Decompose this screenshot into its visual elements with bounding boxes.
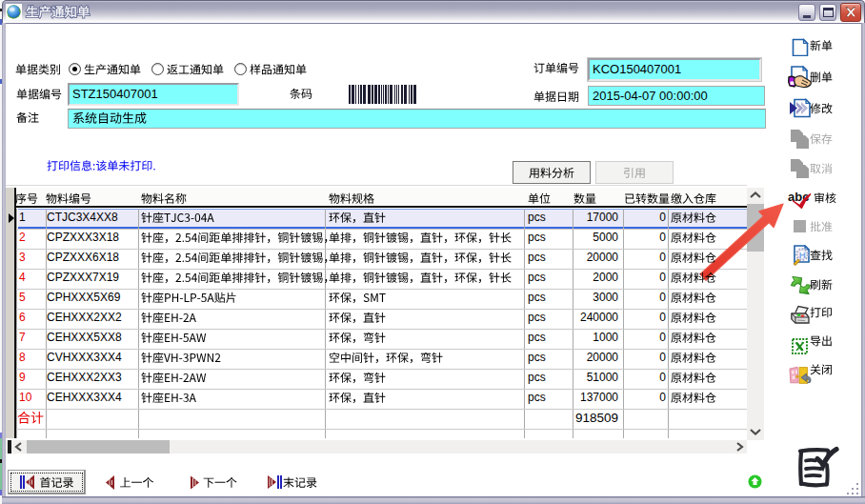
svg-text:H: H [799,250,806,260]
